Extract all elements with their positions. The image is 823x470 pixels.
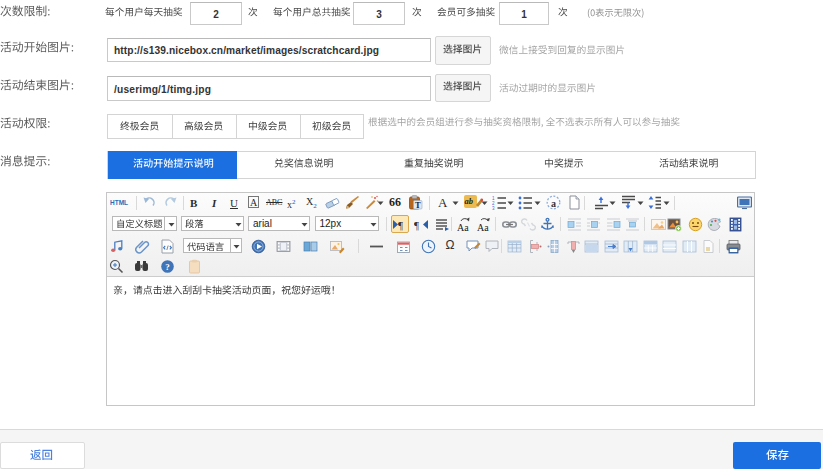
svg-text:Aa: Aa [477, 221, 489, 232]
svg-text:¶: ¶ [414, 219, 419, 231]
svg-text:?: ? [165, 262, 170, 272]
svg-text:Aa: Aa [457, 221, 469, 232]
svg-text:T: T [415, 200, 421, 210]
svg-text:3: 3 [492, 206, 495, 210]
svg-text:a: a [551, 198, 556, 209]
svg-text:¶: ¶ [398, 219, 403, 231]
